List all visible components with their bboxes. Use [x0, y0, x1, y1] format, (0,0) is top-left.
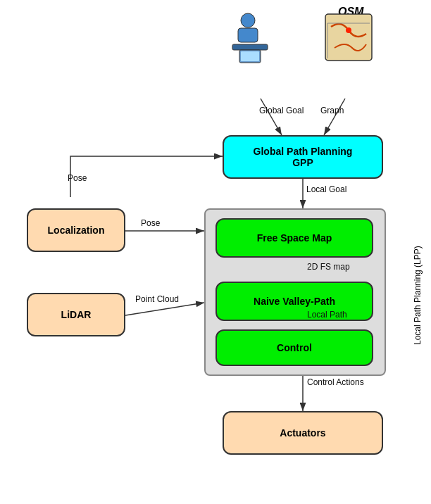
- localization-label: Localization: [48, 225, 105, 236]
- free-space-map-box: Free Space Map: [216, 218, 373, 258]
- svg-rect-10: [238, 28, 258, 42]
- fs-map-label: 2D FS map: [307, 262, 350, 272]
- svg-line-5: [125, 303, 204, 315]
- gpp-label-line2: GPP: [292, 157, 313, 168]
- global-goal-label: Global Goal: [259, 106, 304, 115]
- gpp-label-line1: Global Path Planning: [254, 146, 353, 157]
- svg-rect-13: [241, 51, 259, 61]
- lidar-box: LiDAR: [27, 293, 125, 336]
- svg-rect-11: [232, 44, 268, 50]
- lidar-label: LiDAR: [61, 309, 92, 320]
- diagram: OSM Global Path Planning GPP: [0, 0, 431, 504]
- actuators-label: Actuators: [280, 427, 325, 439]
- pose1-label: Pose: [141, 218, 160, 228]
- gpp-box: Global Path Planning GPP: [223, 135, 383, 179]
- free-space-map-label: Free Space Map: [257, 232, 332, 244]
- control-box: Control: [216, 329, 373, 366]
- graph-label: Graph: [320, 106, 344, 115]
- point-cloud-label: Point Cloud: [135, 294, 179, 304]
- svg-line-2: [324, 99, 345, 135]
- local-path-label: Local Path: [307, 310, 347, 320]
- svg-point-9: [241, 13, 255, 27]
- control-actions-label: Control Actions: [307, 377, 364, 387]
- actuators-box: Actuators: [223, 411, 383, 455]
- svg-point-15: [346, 27, 351, 33]
- svg-rect-14: [325, 14, 372, 61]
- localization-box: Localization: [27, 208, 125, 252]
- osm-map-icon: [324, 13, 373, 62]
- control-label: Control: [277, 342, 312, 353]
- pose2-label: Pose: [68, 173, 87, 183]
- naive-valley-box: Naive Valley-Path: [216, 282, 373, 321]
- person-computer-icon: [225, 11, 282, 74]
- svg-line-1: [261, 99, 282, 135]
- naive-valley-label: Naive Valley-Path: [254, 296, 335, 307]
- local-goal-label: Local Goal: [306, 184, 346, 194]
- lpp-vertical-label: Local Path Planning (LPP): [413, 232, 423, 359]
